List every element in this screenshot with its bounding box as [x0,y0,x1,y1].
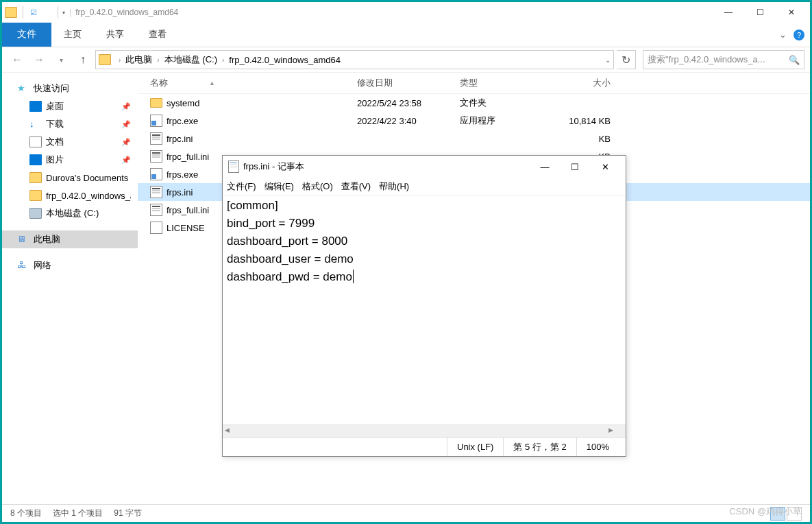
file-type: 应用程序 [460,115,563,127]
file-row[interactable]: systemd2022/5/24 23:58文件夹 [138,94,810,112]
crumb-drive-c[interactable]: 本地磁盘 (C:) [163,53,219,66]
address-dropdown-icon[interactable]: ⌄ [605,56,611,64]
notepad-window: frps.ini - 记事本 — ☐ ✕ 文件(F) 编辑(E) 格式(O) 查… [222,155,626,457]
sidebar-item-label: 桌面 [46,100,64,112]
notepad-textarea[interactable]: [common] bind_port = 7999 dashboard_port… [223,195,626,425]
file-type: 文件夹 [460,97,563,109]
back-button[interactable]: ← [8,50,27,69]
file-tab[interactable]: 文件 [2,23,51,47]
col-modified-header[interactable]: 修改日期 [357,77,460,89]
menu-view[interactable]: 查看(V) [341,180,371,193]
sidebar-network[interactable]: 🖧网络 [2,257,138,274]
ini-icon [150,204,162,216]
sidebar-item-drive-c[interactable]: 本地磁盘 (C:) [2,204,138,222]
text-cursor [353,270,354,283]
close-button[interactable]: ✕ [776,2,807,23]
maximize-button[interactable]: ☐ [744,2,776,23]
notepad-maximize-button[interactable]: ☐ [560,157,590,176]
watermark: CSDN @鸡得小草 [729,505,802,518]
folder-icon [29,190,42,201]
crumb-sep-icon[interactable]: › [115,56,124,64]
expand-ribbon-icon[interactable]: ⌄ [779,29,787,40]
menu-edit[interactable]: 编辑(E) [264,180,294,193]
pin-icon: 📌 [121,120,131,129]
notepad-encoding: Unix (LF) [447,438,503,456]
file-name: frpc_full.ini [167,152,209,162]
notepad-content: [common] bind_port = 7999 dashboard_port… [227,199,354,283]
crumb-this-pc[interactable]: 此电脑 [124,53,153,66]
notepad-position: 第 5 行，第 2 [503,438,576,456]
crumb-folder[interactable]: frp_0.42.0_windows_amd64 [227,55,342,65]
notepad-minimize-button[interactable]: — [530,157,560,176]
sidebar-this-pc[interactable]: 🖥此电脑 [2,230,138,248]
drive-icon [29,208,42,219]
sidebar-item-downloads[interactable]: ↓下载📌 [2,115,138,133]
notepad-titlebar[interactable]: frps.ini - 记事本 — ☐ ✕ [223,156,626,178]
menu-help[interactable]: 帮助(H) [379,180,409,193]
crumb-sep-icon[interactable]: › [219,56,227,64]
notepad-zoom: 100% [576,438,619,456]
sidebar-item-label: 图片 [46,154,64,166]
file-size: KB [563,134,624,144]
refresh-button[interactable]: ↻ [617,50,636,69]
ini-icon [150,150,162,163]
qa-dropdown-icon[interactable]: ▾ [62,10,65,16]
sidebar-item-durova[interactable]: Durova's Documents [2,169,138,187]
documents-icon [29,136,42,147]
address-bar[interactable]: › 此电脑 › 本地磁盘 (C:) › frp_0.42.0_windows_a… [95,50,614,69]
menu-file[interactable]: 文件(F) [227,180,256,193]
sidebar-item-documents[interactable]: 文档📌 [2,133,138,151]
sidebar-item-label: 网络 [34,259,51,272]
file-name: systemd [167,98,199,108]
status-selected: 选中 1 个项目 [53,508,103,519]
notepad-close-button[interactable]: ✕ [590,157,620,176]
menu-format[interactable]: 格式(O) [302,180,333,193]
col-type-header[interactable]: 类型 [460,77,563,89]
lic-icon [150,222,162,234]
sidebar-quick-access[interactable]: ★ 快速访问 [2,80,138,97]
file-name: frps.ini [167,187,193,198]
up-button[interactable]: ↑ [73,50,93,69]
crumb-sep-icon[interactable]: › [153,56,162,64]
col-size-header[interactable]: 大小 [563,77,624,89]
file-row[interactable]: frpc.iniKB [138,130,810,147]
view-tab[interactable]: 查看 [136,23,179,47]
titlebar: ☑ ▾ | frp_0.42.0_windows_amd64 — ☐ ✕ [2,2,810,23]
notepad-statusbar: Unix (LF) 第 5 行，第 2 100% [223,437,626,456]
ribbon: 文件 主页 共享 查看 ⌄ ? [2,23,810,47]
nav-sidebar: ★ 快速访问 桌面📌 ↓下载📌 文档📌 图片📌 Durova's Documen… [2,73,138,504]
sidebar-item-frp[interactable]: frp_0.42.0_windows_amd64 [2,187,138,204]
file-name: frpc.ini [167,134,193,144]
sidebar-item-pictures[interactable]: 图片📌 [2,151,138,169]
home-tab[interactable]: 主页 [51,23,94,47]
file-name: frps_full.ini [167,205,209,215]
notepad-title: frps.ini - 记事本 [243,160,304,173]
properties-icon[interactable]: ☑ [27,6,40,19]
minimize-button[interactable]: — [713,2,744,23]
forward-button[interactable]: → [29,50,49,69]
statusbar: 8 个项目 选中 1 个项目 91 字节 [2,504,810,522]
file-row[interactable]: frpc.exe2022/4/22 3:40应用程序10,814 KB [138,112,810,130]
window-title: frp_0.42.0_windows_amd64 [75,8,178,17]
quick-access-toolbar: ☑ [23,6,58,19]
network-icon: 🖧 [17,260,29,271]
file-name: frpc.exe [167,116,198,126]
notepad-hscrollbar[interactable] [223,425,626,437]
search-input[interactable]: 搜索"frp_0.42.0_windows_a... 🔍 [643,50,804,69]
help-icon[interactable]: ? [793,29,804,40]
folder-icon [29,172,42,183]
navigation-bar: ← → ▾ ↑ › 此电脑 › 本地磁盘 (C:) › frp_0.42.0_w… [2,47,810,72]
sidebar-item-label: frp_0.42.0_windows_amd64 [46,191,131,201]
file-modified: 2022/5/24 23:58 [357,98,460,108]
folder-icon [150,98,162,108]
sidebar-item-label: Durova's Documents [46,173,128,183]
share-tab[interactable]: 共享 [94,23,136,47]
qa-separator [41,6,53,19]
sidebar-item-label: 此电脑 [34,233,60,246]
recent-dropdown-icon[interactable]: ▾ [51,50,71,69]
col-name-header[interactable]: 名称▲ [138,77,357,89]
search-icon[interactable]: 🔍 [789,55,800,65]
sidebar-item-label: 下载 [46,118,64,130]
sidebar-item-desktop[interactable]: 桌面📌 [2,97,138,115]
notepad-icon [228,160,239,173]
